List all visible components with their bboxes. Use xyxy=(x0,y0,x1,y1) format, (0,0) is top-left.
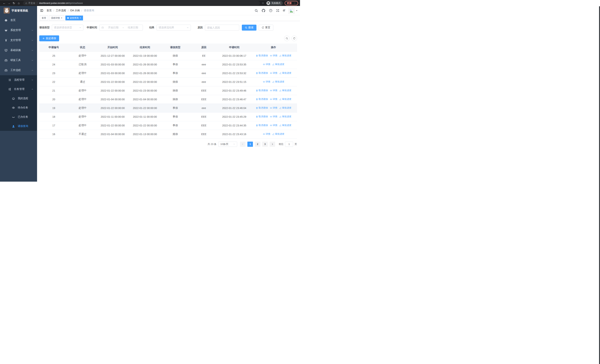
action-progress[interactable]: 审批进度 xyxy=(279,98,291,101)
goto-label: 前往 xyxy=(279,142,283,146)
font-size-icon[interactable]: tT xyxy=(283,9,285,12)
cell-leave-type: 病假 xyxy=(161,86,189,95)
sidebar-item-infrastructure[interactable]: 基础设施 xyxy=(0,45,37,55)
page-size-select[interactable]: 10条/页 xyxy=(218,142,237,147)
action-detail[interactable]: 详情 xyxy=(270,124,277,127)
action-cancel[interactable]: 取消请假 xyxy=(256,115,268,118)
refresh-table-button[interactable] xyxy=(291,36,297,41)
broken-image-icon xyxy=(289,8,294,13)
action-cancel[interactable]: 取消请假 xyxy=(256,89,268,92)
sidebar-item-system-management[interactable]: 系统管理 xyxy=(0,25,37,35)
breadcrumb-item[interactable]: OA 示例 xyxy=(70,9,80,12)
pen-icon xyxy=(279,55,282,57)
action-detail[interactable]: 详情 xyxy=(270,98,277,101)
cell-reason: eee xyxy=(189,104,218,112)
github-icon[interactable] xyxy=(262,9,265,13)
next-page-button[interactable] xyxy=(270,142,275,147)
sidebar-item-workflow[interactable]: 工作流程 xyxy=(0,65,37,75)
table-row: 17处理中2022-01-22 00:00:002022-01-22 00:00… xyxy=(39,121,297,130)
page-button-3[interactable]: 3 xyxy=(262,142,268,147)
page-button-1[interactable]: 1 xyxy=(247,142,253,147)
search-icon[interactable] xyxy=(254,9,258,12)
cell-actions: 详情审批进度 xyxy=(250,60,297,69)
sidebar-item-leave-query[interactable]: 请假查询 xyxy=(0,121,37,131)
sidebar-item-my-process[interactable]: 我的流程 xyxy=(0,94,37,103)
breadcrumb-item[interactable]: 首页 xyxy=(47,9,52,12)
collapse-sidebar-icon[interactable] xyxy=(40,9,44,12)
page-button-2[interactable]: 2 xyxy=(255,142,260,147)
close-tab-icon[interactable]: × xyxy=(79,17,81,19)
update-button[interactable]: 更新 ⋮ xyxy=(285,1,298,5)
goto-page-input[interactable] xyxy=(285,142,293,147)
address-bar[interactable]: ⚠ 不安全 dashboard.yudao.iocoder.cn/bpm/oa/… xyxy=(23,1,260,5)
leave-type-select[interactable]: 请选择请假类型 xyxy=(52,25,83,31)
sidebar-item-process-management[interactable]: 流程管理 xyxy=(0,75,37,84)
action-cancel[interactable]: 取消请假 xyxy=(256,54,268,57)
action-progress[interactable]: 审批进度 xyxy=(272,132,284,136)
breadcrumb-item[interactable]: 工作流程 xyxy=(56,9,66,12)
back-icon[interactable]: ← xyxy=(2,1,7,6)
action-progress[interactable]: 审批进度 xyxy=(279,89,291,92)
action-detail[interactable]: 详情 xyxy=(270,54,277,57)
forward-icon[interactable]: → xyxy=(7,1,11,6)
action-progress[interactable]: 审批进度 xyxy=(272,63,284,66)
action-detail[interactable]: 详情 xyxy=(270,106,277,110)
action-progress[interactable]: 审批进度 xyxy=(279,54,291,57)
plus-icon xyxy=(42,37,45,40)
action-detail[interactable]: 详情 xyxy=(263,63,270,66)
sidebar-item-payment-management[interactable]: 支付管理 xyxy=(0,35,37,45)
caret-down-icon[interactable]: ▾ xyxy=(296,9,297,11)
cell-leave-type: 事假 xyxy=(161,69,189,77)
leave-type-label: 请假类型 xyxy=(39,26,50,29)
breadcrumb-separator: / xyxy=(53,9,54,12)
close-tab-icon[interactable]: × xyxy=(61,17,62,19)
sidebar-item-home[interactable]: 首页 xyxy=(0,15,37,25)
action-detail[interactable]: 详情 xyxy=(263,80,270,84)
fullscreen-icon[interactable] xyxy=(276,9,280,12)
tab-process-detail[interactable]: 流程详情× xyxy=(49,16,64,20)
pen-icon xyxy=(279,115,282,118)
cell-status: 处理中 xyxy=(68,121,97,130)
action-label: 详情 xyxy=(273,124,277,127)
tab-home[interactable]: 首页 xyxy=(40,16,48,20)
apply-time-range-picker[interactable]: 开始日期 - 结束日期 xyxy=(99,25,143,31)
avatar[interactable] xyxy=(289,8,294,14)
cell-start-time: 2022-01-22 00:00:00 xyxy=(97,121,128,130)
trash-icon xyxy=(256,55,258,57)
sidebar-item-done-tasks[interactable]: 已办任务 xyxy=(0,112,37,121)
action-progress[interactable]: 审批进度 xyxy=(279,72,291,75)
action-cancel[interactable]: 取消请假 xyxy=(256,98,268,101)
sidebar-item-task-management[interactable]: 任务管理 xyxy=(0,84,37,94)
action-progress[interactable]: 审批进度 xyxy=(279,106,291,110)
action-cancel[interactable]: 取消请假 xyxy=(256,72,268,75)
action-detail[interactable]: 详情 xyxy=(270,115,277,118)
browser-menu-icon[interactable]: ⋮ xyxy=(293,2,296,5)
reset-button[interactable]: 重置 xyxy=(259,25,273,31)
reason-input[interactable] xyxy=(205,25,239,31)
sidebar-item-dev-tools[interactable]: 研发工具 xyxy=(0,55,37,65)
tab-leave-query[interactable]: 请假查询× xyxy=(66,16,83,20)
result-select[interactable]: 请选择流结果 xyxy=(157,25,191,31)
action-detail[interactable]: 详情 xyxy=(270,72,277,75)
create-leave-button[interactable]: 发起请假 xyxy=(39,35,59,41)
home-icon[interactable]: ⌂ xyxy=(16,1,21,6)
action-progress[interactable]: 审批进度 xyxy=(279,115,291,118)
toggle-search-button[interactable] xyxy=(284,36,290,41)
cell-reason: EEE xyxy=(189,112,218,121)
help-icon[interactable] xyxy=(269,9,272,12)
action-progress[interactable]: 审批进度 xyxy=(272,80,284,84)
cell-id: 22 xyxy=(39,77,68,86)
sidebar-item-todo-tasks[interactable]: 待办任务 xyxy=(0,103,37,112)
action-detail[interactable]: 详情 xyxy=(270,89,277,92)
prev-page-button[interactable] xyxy=(240,142,245,147)
action-progress[interactable]: 审批进度 xyxy=(279,124,291,127)
bookmark-star-icon[interactable]: ☆ xyxy=(262,1,264,5)
action-cancel[interactable]: 取消请假 xyxy=(256,106,268,110)
cell-reason: EEE xyxy=(189,121,218,130)
action-detail[interactable]: 详情 xyxy=(263,132,270,136)
tab-label: 首页 xyxy=(42,17,46,20)
reload-icon[interactable]: ↻ xyxy=(11,1,16,6)
action-cancel[interactable]: 取消请假 xyxy=(256,124,268,127)
search-button[interactable]: 搜索 xyxy=(242,25,256,31)
apply-time-label: 申请时间 xyxy=(87,26,97,29)
